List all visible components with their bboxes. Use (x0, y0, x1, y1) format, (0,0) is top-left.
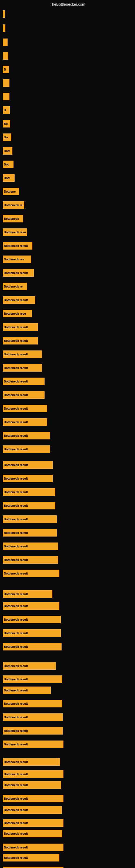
bar-label: Bottleneck result (4, 689, 28, 692)
bar-item: Bo (3, 133, 11, 141)
bar-item: Bottleneck res (3, 255, 31, 263)
bar-item: Bottleneck result (3, 854, 59, 862)
bar-item: Bottleneck result (3, 758, 60, 766)
bar-label: Bottleneck result (4, 631, 28, 635)
bar-item: Bottleneck resu (3, 228, 27, 236)
bar-item: Bottleneck result (3, 602, 59, 610)
bar-item: Bottleneck result (3, 727, 63, 735)
bar-label: Bott (4, 176, 10, 180)
bar-label: Bottleneck result (4, 797, 28, 800)
bar-label: Bottleneck result (4, 326, 28, 329)
bar-label: Bottleneck (4, 217, 19, 220)
bar-label: Bottleneck result (4, 434, 28, 437)
bar-label: Bottleneck result (4, 702, 28, 705)
bar-label: Bottleneck result (4, 545, 28, 548)
bar-item: Bottleneck result (3, 337, 38, 344)
bar-label: Bottleneck result (4, 463, 28, 467)
bar-label: Bottleneck result (4, 604, 28, 608)
bar-item: Bottleneck re (3, 201, 24, 209)
bar-label: Bottleneck result (4, 832, 28, 835)
bar-item: Bottleneck result (3, 475, 53, 482)
bar-item: B (3, 106, 10, 114)
bar-item: Bottleneck result (3, 770, 63, 778)
bar-label: Bott (4, 149, 10, 152)
bar-label: Bottleneck resu (4, 230, 26, 234)
bar-label: Bottleneck result (4, 244, 28, 247)
bar-item: B (3, 66, 9, 73)
chart-area: TheBottlenecker.com BBBoBoBottBotBottBot… (0, 0, 135, 868)
bar-item: Bottleneck result (3, 391, 45, 399)
bar-label: Bottleneck result (4, 773, 28, 776)
bar-item: Bottleneck result (3, 350, 42, 358)
bar-label: Bottleneck result (4, 729, 28, 733)
bar-item: Bottleneck result (3, 269, 34, 277)
bar-label: Bo (4, 122, 8, 125)
bar-label: Bottleneck result (4, 271, 28, 275)
bar-item: Bottleneck result (3, 323, 38, 331)
bar-item: Bottleneck result (3, 830, 62, 837)
bar-item: Bottleneck result (3, 529, 57, 536)
bar-item: Bottleneck result (3, 806, 62, 814)
bar-item (3, 52, 8, 60)
bar-label: B (4, 68, 6, 71)
bar-label: Bottleneck result (4, 518, 28, 521)
bar-item: Bottleneck result (3, 488, 55, 496)
bar-label: Bottleneck result (4, 592, 28, 596)
bar-item: Bottlene (3, 188, 19, 195)
bar-item: Bott (3, 174, 14, 182)
bar-label: B (4, 108, 6, 112)
bar-label: Bottlene (4, 190, 16, 193)
bar-label: Bottleneck result (4, 339, 28, 342)
bar-label: Bottleneck result (4, 846, 28, 849)
bar-item (3, 24, 5, 32)
bar-label: Bottleneck res (4, 258, 24, 261)
bar-item: Bottleneck resu (3, 310, 32, 317)
bar-label: Bottleneck result (4, 558, 28, 561)
bar-item: Bottleneck result (3, 700, 62, 707)
bar-item: Bottleneck result (3, 569, 59, 577)
bar-item: Bottleneck result (3, 675, 62, 683)
bar-item: Bottleneck result (3, 643, 61, 650)
bar-item: Bottleneck result (3, 616, 61, 623)
bar-item: Bottleneck result (3, 713, 63, 721)
bar-item: Bottleneck re (3, 283, 27, 290)
bar-label: Bottleneck result (4, 743, 28, 746)
site-title: TheBottlenecker.com (0, 0, 135, 8)
bar-label: Bottleneck result (4, 618, 28, 621)
bar-item: Bottleneck result (3, 296, 35, 304)
bar-item: Bo (3, 120, 10, 127)
bar-label: Bottleneck result (4, 447, 28, 451)
bar-item: Bottleneck result (3, 867, 63, 868)
bar-label: Bottleneck result (4, 808, 28, 812)
bar-label: Bottleneck result (4, 393, 28, 397)
bar-label: Bot (4, 163, 9, 166)
bar-label: Bottleneck result (4, 716, 28, 719)
bar-item: Bottleneck (3, 215, 23, 222)
bar-item: Bott (3, 147, 12, 155)
bar-item: Bot (3, 161, 13, 168)
bar-item: Bottleneck result (3, 795, 63, 802)
bar-item (3, 79, 9, 87)
bar-label: Bottleneck result (4, 490, 28, 494)
bar-label: Bottleneck result (4, 366, 28, 369)
bar-label: Bottleneck result (4, 822, 28, 825)
bar-label: Bottleneck resu (4, 312, 26, 315)
bar-label: Bottleneck result (4, 783, 28, 786)
bar-item: Bottleneck result (3, 781, 61, 789)
bar-label: Bottleneck result (4, 678, 28, 681)
bar-item (3, 38, 8, 46)
bar-label: Bottleneck result (4, 421, 28, 424)
bar-item: Bottleneck result (3, 686, 51, 694)
bar-item: Bottleneck result (3, 516, 57, 523)
bar-label: Bottleneck result (4, 477, 28, 480)
bar-label: Bo (4, 135, 8, 139)
bar-item: Bottleneck result (3, 405, 47, 412)
bar-item: Bottleneck result (3, 844, 63, 851)
bar-item: Bottleneck result (3, 242, 32, 250)
bar-label: Bottleneck result (4, 664, 28, 668)
bar-item: Bottleneck result (3, 461, 53, 469)
bar-item: Bottleneck result (3, 542, 58, 550)
bar-item: Bottleneck result (3, 556, 58, 564)
bar-label: Bottleneck result (4, 380, 28, 383)
bar-item: Bottleneck result (3, 629, 61, 637)
